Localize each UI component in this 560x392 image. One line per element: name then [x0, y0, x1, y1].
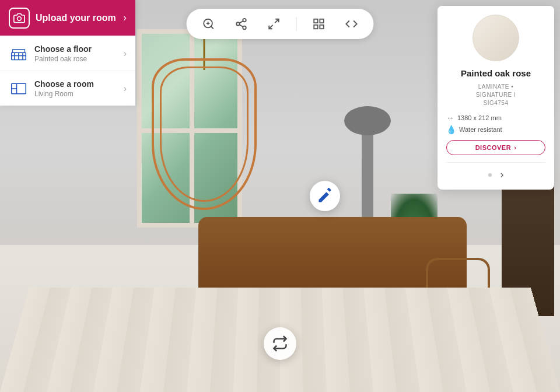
product-panel: Painted oak rose LAMINATE •SIGNATURE ISI… [438, 6, 554, 190]
room-icon [9, 79, 29, 99]
chair-body [152, 58, 257, 210]
product-name: Painted oak rose [446, 68, 545, 78]
upload-arrow: › [123, 12, 127, 24]
upload-label: Upload your room [36, 13, 123, 23]
panel-navigation: › [446, 162, 545, 181]
size-icon: ↔ [446, 113, 454, 123]
floor-icon [9, 44, 29, 64]
water-icon: 💧 [446, 125, 456, 134]
panel-next-button[interactable]: › [501, 169, 504, 181]
nav-dot [488, 173, 492, 177]
paint-edit-button[interactable] [310, 181, 340, 211]
share-button[interactable] [231, 13, 252, 34]
lamp-head [344, 106, 391, 135]
room-subtitle: Living Room [34, 90, 124, 98]
resize-button[interactable] [264, 13, 285, 34]
svg-rect-13 [320, 25, 323, 29]
svg-point-6 [243, 26, 246, 29]
room-title: Choose a room [34, 79, 124, 89]
size-value: 1380 x 212 mm [457, 114, 502, 121]
floor-title: Choose a floor [34, 44, 124, 54]
discover-button[interactable]: DISCOVER › [446, 140, 545, 155]
room-chevron: › [124, 83, 127, 94]
toolbar-divider [296, 17, 297, 31]
svg-point-5 [236, 22, 240, 26]
discover-arrow: › [514, 144, 516, 151]
svg-line-8 [239, 21, 243, 23]
top-toolbar [187, 9, 374, 39]
svg-point-4 [243, 19, 246, 22]
grid-button[interactable] [309, 13, 330, 34]
size-spec: ↔ 1380 x 212 mm [446, 113, 545, 123]
water-spec: 💧 Water resistant [446, 125, 545, 134]
choose-floor-item[interactable]: Choose a floor Painted oak rose › [0, 36, 135, 71]
camera-icon [9, 8, 30, 29]
floor-text: Choose a floor Painted oak rose [34, 44, 124, 63]
zoom-button[interactable] [198, 13, 219, 34]
svg-rect-12 [320, 19, 323, 23]
svg-line-7 [239, 24, 243, 27]
water-value: Water resistant [459, 126, 502, 133]
product-specs: ↔ 1380 x 212 mm 💧 Water resistant [446, 113, 545, 134]
product-swatch [473, 15, 519, 61]
svg-line-1 [211, 26, 214, 29]
svg-line-10 [269, 25, 272, 29]
floor-subtitle: Painted oak rose [34, 55, 124, 63]
floor-chevron: › [124, 48, 127, 59]
svg-line-9 [275, 19, 278, 23]
choose-room-item[interactable]: Choose a room Living Room › [0, 71, 135, 106]
swap-button[interactable] [264, 327, 296, 360]
left-panel: Upload your room › Choose a floor Painte… [0, 0, 135, 106]
product-category: LAMINATE •SIGNATURE ISIG4754 [446, 83, 545, 107]
svg-point-15 [18, 16, 22, 20]
code-button[interactable] [341, 13, 362, 34]
discover-label: DISCOVER [475, 144, 511, 151]
upload-room-button[interactable]: Upload your room › [0, 0, 135, 36]
svg-rect-11 [314, 19, 317, 23]
room-text: Choose a room Living Room [34, 79, 124, 98]
svg-rect-14 [314, 25, 317, 29]
